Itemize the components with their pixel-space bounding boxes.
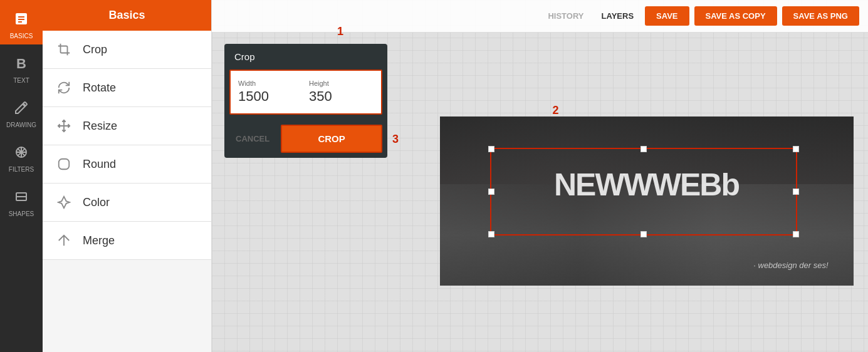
- tool-item-color[interactable]: Color: [43, 184, 211, 222]
- svg-text:B: B: [16, 56, 26, 71]
- cancel-button[interactable]: CANCEL: [229, 129, 276, 148]
- basics-icon: [10, 8, 33, 30]
- icon-sidebar: BASICS B TEXT DRAWING FILTERS: [0, 0, 43, 352]
- crop-icon: [55, 41, 73, 58]
- filters-icon: [10, 141, 33, 163]
- tool-label-merge: Merge: [83, 234, 115, 247]
- tool-panel: Basics Crop Rotate Resize: [43, 0, 212, 352]
- height-value[interactable]: 350: [309, 88, 374, 105]
- color-icon: [55, 194, 73, 211]
- sidebar-item-label: FILTERS: [9, 166, 34, 173]
- handle-middle-left[interactable]: [488, 189, 494, 195]
- tool-label-rotate: Rotate: [83, 81, 116, 95]
- sidebar-item-text[interactable]: B TEXT: [0, 44, 43, 89]
- tool-label-color: Color: [83, 196, 110, 209]
- tool-label-round: Round: [83, 158, 116, 171]
- merge-icon: [55, 232, 73, 249]
- text-icon: B: [10, 52, 33, 75]
- width-label: Width: [238, 80, 303, 87]
- canvas-image: NEWWWEBb · webdesign der ses!: [440, 116, 854, 286]
- tool-item-resize[interactable]: Resize: [43, 107, 211, 145]
- resize-icon: [55, 117, 73, 135]
- crop-actions: CANCEL CROP 3: [224, 120, 387, 158]
- tool-label-crop: Crop: [83, 43, 107, 56]
- sidebar-item-basics[interactable]: BASICS: [0, 0, 43, 44]
- tool-panel-header: Basics: [43, 0, 211, 31]
- sidebar-item-label: DRAWING: [6, 122, 36, 128]
- width-value[interactable]: 1500: [238, 88, 303, 105]
- svg-rect-1: [18, 16, 24, 18]
- tool-item-merge[interactable]: Merge: [43, 222, 211, 260]
- sidebar-item-drawing[interactable]: DRAWING: [0, 89, 43, 133]
- height-label: Height: [309, 80, 374, 87]
- tool-item-round[interactable]: Round: [43, 145, 211, 184]
- shapes-icon: [10, 185, 33, 208]
- round-icon: [55, 155, 73, 173]
- crop-dialog: Crop 1 Width 1500 Height 350 CANCEL: [224, 44, 387, 158]
- crop-fields: Width 1500 Height 350: [238, 80, 374, 105]
- handle-top-right[interactable]: [793, 146, 799, 152]
- handle-top-left[interactable]: [488, 146, 494, 152]
- handle-bottom-left[interactable]: [488, 231, 494, 237]
- crop-dialog-title: Crop: [224, 44, 387, 70]
- handle-bottom-right[interactable]: [793, 231, 799, 237]
- sidebar-item-label: TEXT: [13, 77, 29, 84]
- handle-middle-right[interactable]: [793, 189, 799, 195]
- sidebar-item-shapes[interactable]: SHAPES: [0, 178, 43, 222]
- svg-rect-8: [59, 159, 70, 170]
- drawing-icon: [10, 96, 33, 119]
- handle-top-middle[interactable]: [641, 146, 647, 152]
- tool-item-crop[interactable]: Crop: [43, 31, 211, 69]
- tool-item-rotate[interactable]: Rotate: [43, 69, 211, 107]
- step1-badge: 1: [337, 25, 343, 38]
- handle-bottom-middle[interactable]: [641, 231, 647, 237]
- crop-width-field: Width 1500: [238, 80, 303, 105]
- sidebar-item-filters[interactable]: FILTERS: [0, 133, 43, 178]
- crop-dialog-body: 1 Width 1500 Height 350: [229, 70, 382, 115]
- canvas-wrapper: 2 NEWWWEBb · webdesign der ses!: [440, 116, 854, 286]
- crop-button[interactable]: CROP 3: [281, 125, 382, 153]
- crop-height-field: Height 350: [309, 80, 374, 105]
- step2-badge: 2: [553, 104, 559, 117]
- canvas-sub-text: · webdesign der ses!: [753, 261, 828, 270]
- canvas-content: Crop 1 Width 1500 Height 350 CANCEL: [212, 0, 868, 352]
- sidebar-item-label: BASICS: [10, 33, 33, 39]
- sidebar-item-label: SHAPES: [9, 210, 34, 217]
- step3-badge: 3: [392, 132, 399, 145]
- crop-selection[interactable]: [490, 148, 797, 236]
- main-area: HISTORY LAYERS SAVE SAVE AS COPY SAVE AS…: [212, 0, 868, 352]
- rotate-icon: [55, 79, 73, 96]
- svg-rect-2: [18, 19, 24, 20]
- tool-label-resize: Resize: [83, 120, 117, 133]
- svg-rect-3: [18, 21, 22, 23]
